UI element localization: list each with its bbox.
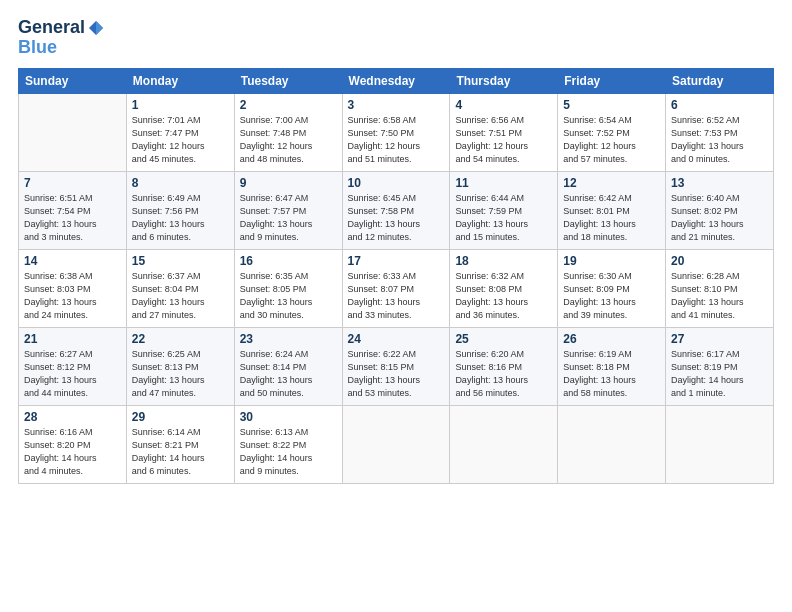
calendar-cell: 10Sunrise: 6:45 AM Sunset: 7:58 PM Dayli… bbox=[342, 171, 450, 249]
day-info: Sunrise: 6:16 AM Sunset: 8:20 PM Dayligh… bbox=[24, 426, 121, 478]
day-info: Sunrise: 6:33 AM Sunset: 8:07 PM Dayligh… bbox=[348, 270, 445, 322]
day-number: 16 bbox=[240, 254, 337, 268]
day-number: 17 bbox=[348, 254, 445, 268]
calendar-cell: 29Sunrise: 6:14 AM Sunset: 8:21 PM Dayli… bbox=[126, 405, 234, 483]
day-number: 27 bbox=[671, 332, 768, 346]
calendar-cell: 27Sunrise: 6:17 AM Sunset: 8:19 PM Dayli… bbox=[666, 327, 774, 405]
day-number: 23 bbox=[240, 332, 337, 346]
calendar-cell: 25Sunrise: 6:20 AM Sunset: 8:16 PM Dayli… bbox=[450, 327, 558, 405]
day-number: 4 bbox=[455, 98, 552, 112]
day-info: Sunrise: 6:45 AM Sunset: 7:58 PM Dayligh… bbox=[348, 192, 445, 244]
day-info: Sunrise: 6:54 AM Sunset: 7:52 PM Dayligh… bbox=[563, 114, 660, 166]
day-number: 3 bbox=[348, 98, 445, 112]
day-number: 14 bbox=[24, 254, 121, 268]
calendar-cell: 26Sunrise: 6:19 AM Sunset: 8:18 PM Dayli… bbox=[558, 327, 666, 405]
calendar-cell: 6Sunrise: 6:52 AM Sunset: 7:53 PM Daylig… bbox=[666, 93, 774, 171]
calendar-cell: 13Sunrise: 6:40 AM Sunset: 8:02 PM Dayli… bbox=[666, 171, 774, 249]
day-info: Sunrise: 6:27 AM Sunset: 8:12 PM Dayligh… bbox=[24, 348, 121, 400]
calendar-week-5: 28Sunrise: 6:16 AM Sunset: 8:20 PM Dayli… bbox=[19, 405, 774, 483]
day-info: Sunrise: 7:00 AM Sunset: 7:48 PM Dayligh… bbox=[240, 114, 337, 166]
weekday-sunday: Sunday bbox=[19, 68, 127, 93]
day-info: Sunrise: 7:01 AM Sunset: 7:47 PM Dayligh… bbox=[132, 114, 229, 166]
calendar-cell: 20Sunrise: 6:28 AM Sunset: 8:10 PM Dayli… bbox=[666, 249, 774, 327]
day-number: 24 bbox=[348, 332, 445, 346]
day-number: 19 bbox=[563, 254, 660, 268]
logo-blue: Blue bbox=[18, 38, 105, 58]
calendar-cell: 3Sunrise: 6:58 AM Sunset: 7:50 PM Daylig… bbox=[342, 93, 450, 171]
day-number: 29 bbox=[132, 410, 229, 424]
calendar-cell: 11Sunrise: 6:44 AM Sunset: 7:59 PM Dayli… bbox=[450, 171, 558, 249]
calendar-cell: 15Sunrise: 6:37 AM Sunset: 8:04 PM Dayli… bbox=[126, 249, 234, 327]
day-info: Sunrise: 6:51 AM Sunset: 7:54 PM Dayligh… bbox=[24, 192, 121, 244]
day-info: Sunrise: 6:17 AM Sunset: 8:19 PM Dayligh… bbox=[671, 348, 768, 400]
calendar-cell bbox=[19, 93, 127, 171]
calendar-cell: 4Sunrise: 6:56 AM Sunset: 7:51 PM Daylig… bbox=[450, 93, 558, 171]
calendar-cell: 21Sunrise: 6:27 AM Sunset: 8:12 PM Dayli… bbox=[19, 327, 127, 405]
day-info: Sunrise: 6:58 AM Sunset: 7:50 PM Dayligh… bbox=[348, 114, 445, 166]
weekday-tuesday: Tuesday bbox=[234, 68, 342, 93]
calendar-cell: 12Sunrise: 6:42 AM Sunset: 8:01 PM Dayli… bbox=[558, 171, 666, 249]
day-number: 25 bbox=[455, 332, 552, 346]
logo: General Blue bbox=[18, 18, 105, 58]
calendar-cell bbox=[450, 405, 558, 483]
day-number: 21 bbox=[24, 332, 121, 346]
calendar-cell: 7Sunrise: 6:51 AM Sunset: 7:54 PM Daylig… bbox=[19, 171, 127, 249]
day-number: 12 bbox=[563, 176, 660, 190]
weekday-wednesday: Wednesday bbox=[342, 68, 450, 93]
day-info: Sunrise: 6:49 AM Sunset: 7:56 PM Dayligh… bbox=[132, 192, 229, 244]
calendar-cell: 23Sunrise: 6:24 AM Sunset: 8:14 PM Dayli… bbox=[234, 327, 342, 405]
calendar-cell: 19Sunrise: 6:30 AM Sunset: 8:09 PM Dayli… bbox=[558, 249, 666, 327]
day-info: Sunrise: 6:28 AM Sunset: 8:10 PM Dayligh… bbox=[671, 270, 768, 322]
weekday-saturday: Saturday bbox=[666, 68, 774, 93]
day-info: Sunrise: 6:37 AM Sunset: 8:04 PM Dayligh… bbox=[132, 270, 229, 322]
header: General Blue bbox=[18, 18, 774, 58]
day-info: Sunrise: 6:56 AM Sunset: 7:51 PM Dayligh… bbox=[455, 114, 552, 166]
day-info: Sunrise: 6:20 AM Sunset: 8:16 PM Dayligh… bbox=[455, 348, 552, 400]
weekday-friday: Friday bbox=[558, 68, 666, 93]
day-info: Sunrise: 6:13 AM Sunset: 8:22 PM Dayligh… bbox=[240, 426, 337, 478]
day-number: 1 bbox=[132, 98, 229, 112]
day-number: 10 bbox=[348, 176, 445, 190]
day-info: Sunrise: 6:19 AM Sunset: 8:18 PM Dayligh… bbox=[563, 348, 660, 400]
day-info: Sunrise: 6:14 AM Sunset: 8:21 PM Dayligh… bbox=[132, 426, 229, 478]
calendar-cell: 28Sunrise: 6:16 AM Sunset: 8:20 PM Dayli… bbox=[19, 405, 127, 483]
day-number: 30 bbox=[240, 410, 337, 424]
calendar-cell: 16Sunrise: 6:35 AM Sunset: 8:05 PM Dayli… bbox=[234, 249, 342, 327]
day-number: 11 bbox=[455, 176, 552, 190]
day-info: Sunrise: 6:47 AM Sunset: 7:57 PM Dayligh… bbox=[240, 192, 337, 244]
weekday-thursday: Thursday bbox=[450, 68, 558, 93]
calendar-cell: 30Sunrise: 6:13 AM Sunset: 8:22 PM Dayli… bbox=[234, 405, 342, 483]
calendar-cell: 14Sunrise: 6:38 AM Sunset: 8:03 PM Dayli… bbox=[19, 249, 127, 327]
day-info: Sunrise: 6:42 AM Sunset: 8:01 PM Dayligh… bbox=[563, 192, 660, 244]
day-number: 7 bbox=[24, 176, 121, 190]
calendar: SundayMondayTuesdayWednesdayThursdayFrid… bbox=[18, 68, 774, 484]
weekday-monday: Monday bbox=[126, 68, 234, 93]
day-number: 28 bbox=[24, 410, 121, 424]
calendar-week-4: 21Sunrise: 6:27 AM Sunset: 8:12 PM Dayli… bbox=[19, 327, 774, 405]
calendar-week-1: 1Sunrise: 7:01 AM Sunset: 7:47 PM Daylig… bbox=[19, 93, 774, 171]
calendar-cell: 1Sunrise: 7:01 AM Sunset: 7:47 PM Daylig… bbox=[126, 93, 234, 171]
calendar-cell: 2Sunrise: 7:00 AM Sunset: 7:48 PM Daylig… bbox=[234, 93, 342, 171]
day-number: 13 bbox=[671, 176, 768, 190]
day-number: 2 bbox=[240, 98, 337, 112]
weekday-header-row: SundayMondayTuesdayWednesdayThursdayFrid… bbox=[19, 68, 774, 93]
calendar-cell: 24Sunrise: 6:22 AM Sunset: 8:15 PM Dayli… bbox=[342, 327, 450, 405]
calendar-cell bbox=[342, 405, 450, 483]
calendar-week-3: 14Sunrise: 6:38 AM Sunset: 8:03 PM Dayli… bbox=[19, 249, 774, 327]
day-number: 18 bbox=[455, 254, 552, 268]
day-info: Sunrise: 6:52 AM Sunset: 7:53 PM Dayligh… bbox=[671, 114, 768, 166]
calendar-cell: 18Sunrise: 6:32 AM Sunset: 8:08 PM Dayli… bbox=[450, 249, 558, 327]
calendar-cell bbox=[666, 405, 774, 483]
day-number: 9 bbox=[240, 176, 337, 190]
calendar-cell: 9Sunrise: 6:47 AM Sunset: 7:57 PM Daylig… bbox=[234, 171, 342, 249]
day-number: 5 bbox=[563, 98, 660, 112]
day-info: Sunrise: 6:40 AM Sunset: 8:02 PM Dayligh… bbox=[671, 192, 768, 244]
page: General Blue SundayMondayTuesdayWednesda… bbox=[0, 0, 792, 612]
calendar-cell bbox=[558, 405, 666, 483]
day-number: 8 bbox=[132, 176, 229, 190]
logo-text: General bbox=[18, 18, 105, 38]
calendar-cell: 8Sunrise: 6:49 AM Sunset: 7:56 PM Daylig… bbox=[126, 171, 234, 249]
day-number: 6 bbox=[671, 98, 768, 112]
day-info: Sunrise: 6:25 AM Sunset: 8:13 PM Dayligh… bbox=[132, 348, 229, 400]
calendar-cell: 17Sunrise: 6:33 AM Sunset: 8:07 PM Dayli… bbox=[342, 249, 450, 327]
